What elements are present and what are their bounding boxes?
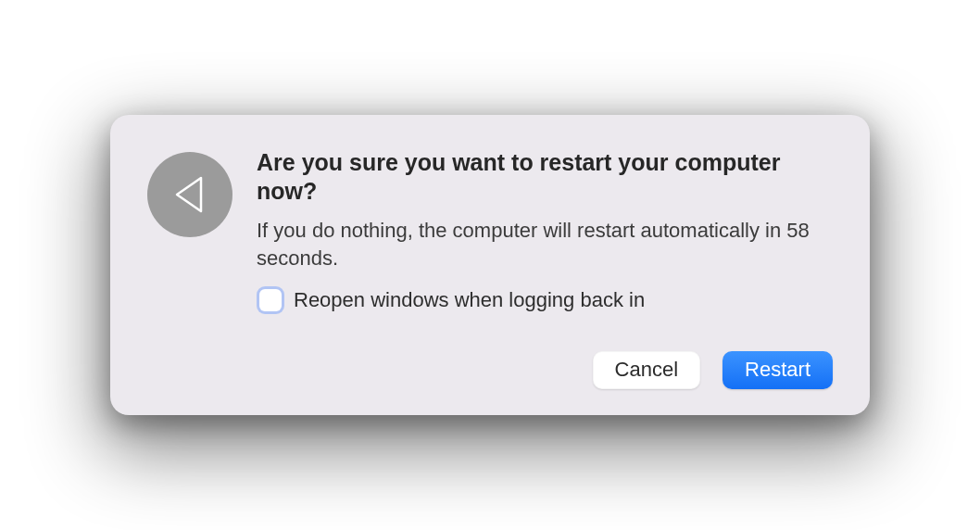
restart-confirm-dialog: Are you sure you want to restart your co… — [110, 115, 870, 416]
dialog-button-row: Cancel Restart — [147, 351, 833, 389]
dialog-message: If you do nothing, the computer will res… — [257, 217, 833, 271]
cancel-button[interactable]: Cancel — [593, 351, 700, 389]
reopen-windows-checkbox[interactable] — [257, 286, 284, 314]
reopen-windows-label: Reopen windows when logging back in — [294, 288, 645, 312]
restart-triangle-icon — [147, 152, 232, 237]
dialog-top-row: Are you sure you want to restart your co… — [147, 148, 833, 319]
reopen-windows-row[interactable]: Reopen windows when logging back in — [257, 286, 833, 314]
dialog-title: Are you sure you want to restart your co… — [257, 148, 833, 207]
dialog-text-column: Are you sure you want to restart your co… — [257, 148, 833, 319]
restart-button[interactable]: Restart — [722, 351, 833, 389]
checkbox-inner — [259, 289, 282, 311]
